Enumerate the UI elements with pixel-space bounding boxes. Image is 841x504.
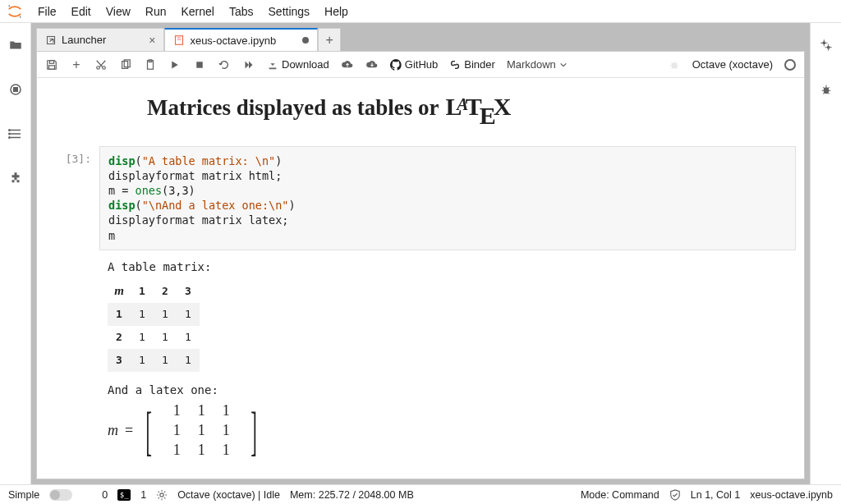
svg-point-24 [822, 41, 825, 44]
run-icon[interactable] [168, 58, 182, 71]
settings-icon[interactable] [156, 489, 168, 501]
input-prompt: [3]: [45, 146, 99, 250]
svg-rect-22 [196, 62, 203, 68]
svg-point-16 [97, 66, 100, 69]
memory-status: Mem: 225.72 / 2048.00 MB [290, 489, 414, 501]
launcher-icon [45, 34, 57, 46]
latex-matrix: m = [ 111 111 111 ] [108, 401, 263, 460]
terminal-icon[interactable]: $_ [117, 489, 131, 501]
output-text: A table matrix: [108, 260, 788, 273]
trust-icon[interactable] [669, 489, 681, 501]
binder-label: Binder [464, 58, 495, 71]
svg-point-9 [8, 137, 10, 139]
mode-status: Mode: Command [581, 489, 659, 501]
github-button[interactable]: GitHub [390, 58, 438, 71]
svg-point-25 [826, 46, 830, 49]
stop-icon[interactable] [193, 58, 206, 71]
output-cell: A table matrix: m 1 2 3 1111 2111 [45, 254, 796, 467]
add-cell-icon[interactable]: + [70, 58, 83, 71]
current-file[interactable]: xeus-octave.ipynb [750, 489, 833, 501]
status-bar: Simple 0 $_ 1 Octave (xoctave) | Idle Me… [0, 484, 841, 504]
notebook-icon [173, 34, 185, 46]
svg-point-8 [8, 133, 10, 135]
table-row: 3111 [108, 349, 200, 372]
svg-rect-15 [49, 65, 55, 68]
debugger-icon[interactable] [819, 82, 834, 97]
tab-label: xeus-octave.ipynb [190, 34, 276, 47]
tab-bar: Launcher × xeus-octave.ipynb + [36, 28, 805, 51]
tab-notebook[interactable]: xeus-octave.ipynb [164, 28, 318, 51]
heading-text: Matrices displayed as tables or [147, 95, 439, 121]
cloud-download-icon[interactable] [365, 58, 379, 71]
kernel-name[interactable]: Octave (xoctave) [692, 58, 773, 71]
gears-icon[interactable] [819, 38, 834, 53]
fast-forward-icon[interactable] [242, 58, 255, 71]
svg-rect-11 [176, 36, 183, 45]
menu-kernel[interactable]: Kernel [181, 5, 214, 18]
cell-type-label: Markdown [507, 58, 556, 71]
chevron-down-icon [559, 61, 568, 69]
bug-icon[interactable] [668, 58, 681, 71]
menu-edit[interactable]: Edit [71, 5, 91, 18]
svg-point-1 [20, 16, 21, 17]
tab-label: Launcher [62, 34, 106, 46]
menu-file[interactable]: File [38, 5, 57, 18]
menubar: File Edit View Run Kernel Tabs Settings … [0, 0, 841, 23]
dock-panel: Launcher × xeus-octave.ipynb + + [31, 23, 810, 484]
kernel-status-icon [784, 59, 796, 71]
menu-view[interactable]: View [106, 5, 131, 18]
download-button[interactable]: Download [267, 58, 329, 71]
new-tab-button[interactable]: + [318, 28, 341, 51]
notebook-panel: + Download GitHub [36, 51, 805, 479]
code-cell[interactable]: [3]: disp("A table matrix: \n") displayf… [45, 146, 796, 250]
svg-point-0 [8, 5, 10, 7]
html-matrix-table: m 1 2 3 1111 2111 3111 [108, 280, 200, 372]
menu-tabs[interactable]: Tabs [229, 5, 254, 18]
extension-icon[interactable] [8, 171, 23, 186]
cell-type-select[interactable]: Markdown [507, 58, 568, 71]
folder-icon[interactable] [8, 38, 23, 53]
cursor-position[interactable]: Ln 1, Col 1 [691, 489, 740, 501]
cell-output: A table matrix: m 1 2 3 1111 2111 [99, 254, 796, 467]
notebook-body[interactable]: Matrices displayed as tables or LATEX [3… [37, 78, 804, 479]
latex-logo: LATEX [445, 93, 511, 130]
kernel-status[interactable]: Octave (xoctave) | Idle [177, 489, 280, 501]
github-label: GitHub [405, 58, 438, 71]
close-icon[interactable]: × [149, 34, 155, 47]
cloud-upload-icon[interactable] [341, 58, 354, 71]
toc-icon[interactable] [8, 126, 23, 141]
table-row: 2111 [108, 326, 200, 349]
copy-icon[interactable] [119, 58, 132, 71]
simple-label: Simple [8, 489, 39, 501]
download-label: Download [282, 58, 329, 71]
svg-rect-14 [49, 60, 53, 63]
menu-settings[interactable]: Settings [269, 5, 310, 18]
table-row: 1111 [108, 303, 200, 326]
svg-point-7 [8, 130, 10, 131]
code-input[interactable]: disp("A table matrix: \n") displayformat… [99, 146, 796, 250]
right-sidebar [810, 23, 841, 484]
page-title: Matrices displayed as tables or LATEX [147, 93, 804, 130]
menu-help[interactable]: Help [324, 5, 348, 18]
main-area: Launcher × xeus-octave.ipynb + + [0, 23, 841, 484]
running-icon[interactable] [8, 82, 23, 97]
tab-launcher[interactable]: Launcher × [36, 28, 164, 51]
paste-icon[interactable] [144, 58, 157, 71]
simple-mode-toggle[interactable] [49, 489, 72, 501]
menu-run[interactable]: Run [145, 5, 167, 18]
notebook-toolbar: + Download GitHub [37, 52, 804, 78]
save-icon[interactable] [45, 58, 58, 71]
cut-icon[interactable] [94, 58, 108, 71]
svg-point-27 [160, 493, 163, 496]
binder-button[interactable]: Binder [449, 58, 495, 71]
svg-rect-3 [13, 88, 17, 92]
left-sidebar [0, 23, 31, 484]
output-text: And a latex one: [108, 383, 788, 396]
unsaved-dot-icon [302, 37, 309, 44]
jupyter-logo-icon [7, 3, 23, 20]
terminals-count[interactable]: 0 [102, 489, 108, 501]
kernels-count[interactable]: 1 [140, 489, 146, 501]
restart-icon[interactable] [218, 58, 231, 71]
svg-point-17 [103, 66, 106, 69]
